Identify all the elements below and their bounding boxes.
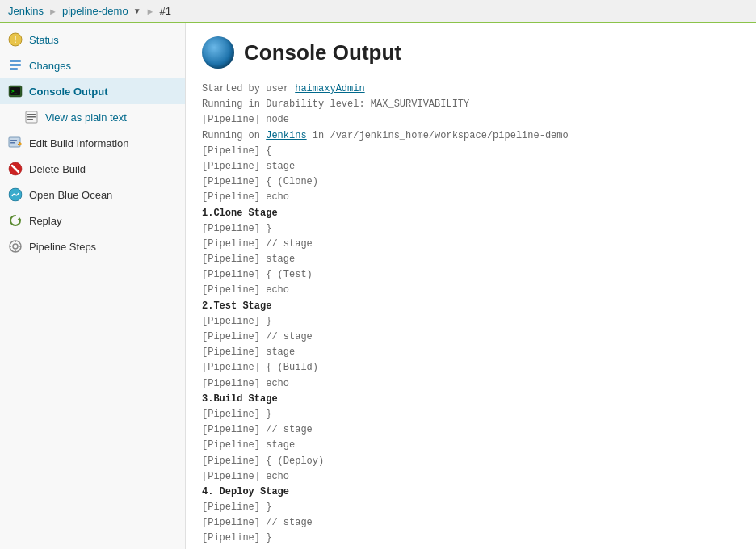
svg-rect-9	[27, 114, 36, 115]
console-line-6: [Pipeline] stage	[202, 159, 740, 174]
svg-rect-3	[10, 64, 21, 66]
console-line-23: [Pipeline] echo	[202, 469, 740, 485]
console-line-19: [Pipeline] }	[202, 407, 740, 422]
svg-text:>_: >_	[11, 88, 18, 94]
svg-marker-21	[17, 217, 22, 220]
sidebar-replay-label: Replay	[29, 215, 61, 227]
console-line-25: [Pipeline] // stage	[202, 515, 740, 531]
delete-icon	[8, 162, 23, 176]
console-stage-2: 2.Test Stage	[202, 299, 740, 314]
main-content: Console Output Started by user haimaxyAd…	[186, 23, 756, 549]
breadcrumb-jenkins[interactable]: Jenkins	[8, 5, 44, 17]
console-line-5: [Pipeline] {	[202, 144, 740, 159]
console-link-user[interactable]: haimaxyAdmin	[295, 83, 364, 94]
console-stage-4: 4. Deploy Stage	[202, 485, 740, 500]
console-line-26: [Pipeline] }	[202, 531, 740, 546]
pipeline-dropdown-icon[interactable]: ▼	[133, 6, 141, 15]
page-title: Console Output	[244, 40, 401, 65]
console-running-on: Running on	[202, 130, 266, 141]
changes-icon	[8, 58, 23, 73]
sidebar-item-pipeline-steps[interactable]: Pipeline Steps	[0, 233, 185, 259]
sidebar-item-replay[interactable]: Replay	[0, 208, 185, 233]
console-line-2: Running in Durability level: MAX_SURVIVA…	[202, 97, 740, 112]
sidebar-item-edit-build[interactable]: Edit Build Information	[0, 130, 185, 156]
breadcrumb-pipeline[interactable]: pipeline-demo	[62, 5, 128, 17]
svg-rect-11	[27, 119, 33, 120]
pipeline-steps-icon	[8, 239, 23, 254]
breadcrumb-sep-1: ►	[48, 6, 57, 16]
console-workspace-path: in /var/jenkins_home/workspace/pipeline-…	[307, 130, 569, 141]
svg-rect-14	[10, 142, 15, 144]
console-output-content: Started by user haimaxyAdmin Running in …	[202, 82, 740, 549]
sidebar-item-status[interactable]: ! Status	[0, 27, 185, 52]
blue-ocean-icon	[8, 187, 23, 202]
console-line-16: [Pipeline] stage	[202, 345, 740, 360]
sidebar-blue-ocean-label: Open Blue Ocean	[29, 189, 112, 201]
console-line-7: [Pipeline] { (Clone)	[202, 174, 740, 190]
edit-icon	[8, 136, 23, 150]
console-line-10: [Pipeline] // stage	[202, 237, 740, 252]
console-text-started: Started by user	[202, 83, 295, 94]
console-output-icon	[202, 36, 234, 69]
console-line-21: [Pipeline] stage	[202, 438, 740, 453]
breadcrumb-sep-2: ►	[146, 6, 155, 16]
breadcrumb: Jenkins ► pipeline-demo ▼ ► #1	[0, 0, 756, 23]
sidebar-status-label: Status	[29, 34, 59, 46]
text-icon	[24, 110, 39, 124]
main-layout: ! Status Changes >_	[0, 23, 756, 549]
console-line-14: [Pipeline] }	[202, 314, 740, 330]
sidebar-item-delete-build[interactable]: Delete Build	[0, 156, 185, 182]
console-line-11: [Pipeline] stage	[202, 252, 740, 267]
console-line-12: [Pipeline] { (Test)	[202, 267, 740, 283]
sidebar-pipeline-steps-label: Pipeline Steps	[29, 241, 96, 253]
svg-text:!: !	[14, 36, 16, 44]
console-line-1: Started by user haimaxyAdmin	[202, 82, 740, 97]
sidebar-plain-text-label: View as plain text	[45, 111, 127, 124]
svg-rect-2	[10, 60, 21, 62]
console-line-8: [Pipeline] echo	[202, 190, 740, 205]
sidebar-delete-label: Delete Build	[29, 163, 86, 175]
console-line-22: [Pipeline] { (Deploy)	[202, 454, 740, 469]
page-header: Console Output	[202, 36, 740, 69]
console-line-24: [Pipeline] }	[202, 500, 740, 515]
console-line-13: [Pipeline] echo	[202, 283, 740, 298]
status-icon: !	[8, 32, 23, 47]
console-line-20: [Pipeline] // stage	[202, 422, 740, 438]
sidebar-changes-label: Changes	[29, 60, 71, 72]
console-link-jenkins[interactable]: Jenkins	[266, 130, 306, 141]
breadcrumb-build: #1	[159, 5, 170, 17]
console-line-3: [Pipeline] node	[202, 112, 740, 128]
replay-icon	[8, 213, 23, 228]
svg-rect-4	[10, 68, 18, 70]
console-line-27: [Pipeline] // node	[202, 547, 740, 549]
console-line-9: [Pipeline] }	[202, 221, 740, 237]
svg-point-23	[13, 244, 18, 249]
sidebar-console-label: Console Output	[29, 86, 108, 98]
sidebar: ! Status Changes >_	[0, 23, 186, 549]
sidebar-item-console-output[interactable]: >_ Console Output	[0, 78, 185, 104]
svg-point-22	[10, 241, 21, 252]
console-line-15: [Pipeline] // stage	[202, 330, 740, 345]
console-stage-3: 3.Build Stage	[202, 392, 740, 407]
console-line-4: Running on Jenkins in /var/jenkins_home/…	[202, 128, 740, 144]
console-line-17: [Pipeline] { (Build)	[202, 360, 740, 376]
sidebar-item-view-plain-text[interactable]: View as plain text	[0, 104, 185, 130]
sidebar-item-changes[interactable]: Changes	[0, 52, 185, 78]
console-stage-1: 1.Clone Stage	[202, 206, 740, 221]
console-icon: >_	[8, 84, 23, 99]
console-line-18: [Pipeline] echo	[202, 376, 740, 392]
sidebar-item-open-blue-ocean[interactable]: Open Blue Ocean	[0, 182, 185, 208]
sidebar-edit-build-label: Edit Build Information	[29, 137, 129, 149]
svg-rect-13	[10, 140, 17, 141]
svg-rect-10	[27, 116, 36, 118]
